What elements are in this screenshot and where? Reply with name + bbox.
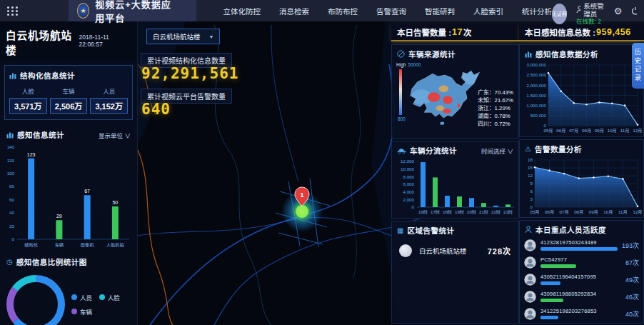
person-count: 46次 bbox=[625, 292, 639, 301]
alarm-analysis-title: 告警数量分析 bbox=[535, 144, 582, 154]
user-avatar[interactable]: 无证照 bbox=[552, 4, 567, 24]
svg-text:摄像机: 摄像机 bbox=[81, 242, 94, 248]
svg-text:11月: 11月 bbox=[620, 128, 630, 134]
alarm-total-value: 640 bbox=[141, 101, 171, 118]
stat-face: 人脸 3,571万 bbox=[9, 86, 47, 114]
history-tab[interactable]: 历史记录 bbox=[632, 43, 644, 89]
today-alarm-value: 17 bbox=[452, 27, 463, 37]
scale-min-label: 800 bbox=[398, 116, 406, 121]
perception-ratio-donut bbox=[1, 270, 70, 325]
nav-item-statistics[interactable]: 统计分析 bbox=[522, 6, 552, 16]
key-persons-title: 本日重点人员活跃度 bbox=[535, 224, 606, 235]
person-row[interactable]: 341225198203276853 40次 bbox=[520, 305, 643, 322]
settings-gear-icon[interactable]: ⚙ bbox=[614, 6, 623, 16]
svg-text:0: 0 bbox=[12, 236, 15, 241]
today-perception-label: 本日感知信息总数 : bbox=[525, 26, 595, 38]
svg-text:29: 29 bbox=[56, 214, 62, 219]
display-unit-dropdown[interactable]: 显示单位 ∨ bbox=[99, 131, 131, 139]
svg-text:07月: 07月 bbox=[560, 209, 569, 215]
svg-text:67: 67 bbox=[84, 189, 90, 194]
svg-text:08月: 08月 bbox=[582, 128, 591, 134]
nav-item-face-index[interactable]: 人脸索引 bbox=[473, 6, 503, 16]
region-name: 白云机场航站楼 bbox=[419, 246, 467, 256]
structured-total-value: 92,291,561 bbox=[141, 65, 238, 82]
person-row[interactable]: PC542977 87次 bbox=[520, 254, 643, 271]
grid-icon: ▦ bbox=[397, 227, 403, 234]
svg-text:50: 50 bbox=[112, 200, 118, 205]
police-badge-logo: ★ bbox=[77, 3, 89, 19]
stat-value: 2,506万 bbox=[50, 98, 88, 114]
nav-item-intelligent-judgement[interactable]: 智能研判 bbox=[425, 6, 455, 16]
apps-grid-icon[interactable] bbox=[7, 6, 19, 16]
person-id: PC542977 bbox=[540, 256, 618, 263]
username[interactable]: 系统管理员 bbox=[583, 2, 604, 19]
person-id: 412328197503243489 bbox=[540, 239, 618, 246]
svg-text:人脸抓拍: 人脸抓拍 bbox=[106, 242, 124, 248]
activity-bar-track bbox=[540, 247, 618, 251]
vehicle-flow-title: 车辆分流统计 bbox=[410, 145, 457, 156]
legend-row: 四川：0.72% bbox=[478, 120, 513, 128]
stat-person: 人员 3,152万 bbox=[90, 86, 128, 114]
svg-text:1,500,000: 1,500,000 bbox=[526, 93, 546, 98]
svg-text:10,000: 10,000 bbox=[401, 166, 414, 171]
svg-text:80: 80 bbox=[9, 184, 14, 189]
stat-vehicle: 车辆 2,506万 bbox=[50, 86, 88, 114]
site-selector-dropdown[interactable]: 白云机场航站楼▼ bbox=[146, 29, 220, 44]
svg-text:140: 140 bbox=[7, 144, 15, 149]
vehicle-source-title: 车辆来源统计 bbox=[408, 49, 456, 59]
car-icon bbox=[397, 147, 406, 154]
stat-value: 3,571万 bbox=[9, 98, 47, 114]
activity-bar bbox=[540, 299, 563, 302]
svg-text:06月: 06月 bbox=[545, 209, 554, 215]
legend-row: 湖南：0.78% bbox=[478, 112, 513, 120]
legend-row: 未知：21.67% bbox=[478, 96, 513, 104]
nav-item-deploy-control[interactable]: 布防布控 bbox=[328, 6, 358, 16]
time-select-dropdown[interactable]: 时间选择 ∨ bbox=[481, 146, 513, 155]
activity-bar bbox=[540, 281, 560, 285]
svg-text:22时: 22时 bbox=[491, 209, 500, 214]
svg-text:2,000: 2,000 bbox=[403, 197, 415, 202]
today-perception-value: 959,456 bbox=[596, 27, 631, 37]
person-row[interactable]: 430981198805292834 46次 bbox=[520, 288, 643, 305]
legend-dot bbox=[71, 294, 77, 300]
bar-chart-icon bbox=[525, 51, 532, 58]
nav-item-alarm-query[interactable]: 告警查询 bbox=[376, 6, 406, 16]
nav-item-message-search[interactable]: 消息检索 bbox=[279, 6, 309, 16]
left-site-panel: 白云机场航站楼 2018-11-11 22:06:57 结构化信息统计 人脸 3… bbox=[0, 21, 138, 325]
svg-text:9: 9 bbox=[530, 181, 533, 186]
ratio-legend: 人员 人脸 车辆 bbox=[71, 290, 134, 319]
key-persons-list: 412328197503243489 193次 PC542977 87次 430… bbox=[520, 236, 643, 322]
key-persons-panel: 本日重点人员活跃度 412328197503243489 193次 PC5429… bbox=[519, 220, 644, 324]
person-id: 430521196404157095 bbox=[540, 274, 618, 280]
legend-item: 人脸 bbox=[99, 293, 127, 301]
svg-text:18时: 18时 bbox=[443, 209, 452, 214]
alarm-area-chart: 181512963005月06月07月08月09月10月11月12月 bbox=[522, 156, 642, 216]
region-alarm-row[interactable]: 白云机场航站楼 728次 bbox=[392, 237, 518, 257]
structured-stats-title: 结构化信息统计 bbox=[20, 70, 75, 81]
perception-ratio-panel: ◷ 感知信息比例统计图 人员 人脸 车辆 bbox=[0, 253, 137, 325]
perception-analysis-title: 感知信息数据分析 bbox=[535, 49, 598, 59]
svg-text:12月: 12月 bbox=[633, 209, 642, 215]
svg-text:12,000: 12,000 bbox=[401, 159, 414, 164]
region-alarm-title: 区域告警统计 bbox=[407, 225, 454, 236]
person-row[interactable]: 430521196404157095 49次 bbox=[520, 271, 643, 288]
person-avatar bbox=[524, 308, 536, 320]
svg-text:10月: 10月 bbox=[608, 128, 617, 134]
person-row[interactable]: 412328197503243489 193次 bbox=[520, 236, 643, 254]
svg-text:40: 40 bbox=[9, 210, 14, 215]
power-icon[interactable] bbox=[631, 6, 637, 15]
person-id: 341225198203276853 bbox=[540, 308, 618, 314]
svg-text:8,000: 8,000 bbox=[403, 174, 415, 179]
clock-icon: ◷ bbox=[6, 259, 13, 266]
svg-text:15: 15 bbox=[528, 165, 533, 170]
person-icon bbox=[525, 226, 532, 234]
svg-text:08月: 08月 bbox=[574, 209, 583, 215]
compass-icon bbox=[397, 50, 405, 58]
stat-label: 人脸 bbox=[22, 86, 34, 95]
svg-text:60: 60 bbox=[9, 197, 14, 202]
perception-area-chart: 3,000,0002,500,0002,000,0001,500,0001,00… bbox=[522, 61, 642, 134]
today-alarm-header: 本日告警数量 : 17 次 bbox=[391, 24, 519, 41]
svg-text:123: 123 bbox=[27, 152, 36, 157]
nav-item-stereo-control[interactable]: 立体化防控 bbox=[223, 6, 261, 16]
svg-text:500,000: 500,000 bbox=[530, 113, 547, 118]
